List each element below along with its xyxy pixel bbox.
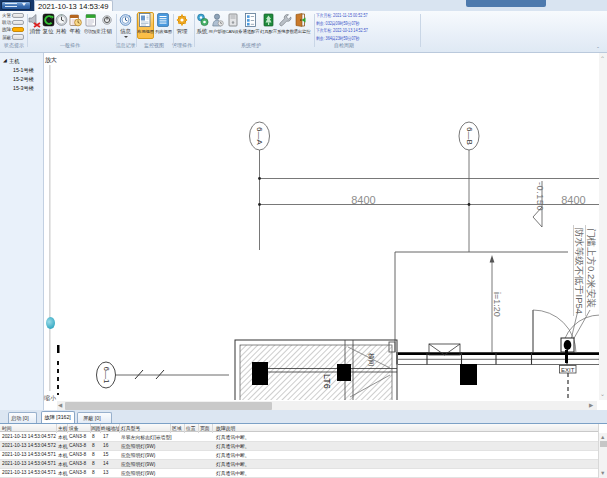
svg-text:6—1: 6—1 (102, 367, 111, 384)
svg-text:梯间: 梯间 (367, 352, 375, 366)
svg-text:-0.150: -0.150 (535, 182, 545, 211)
svg-text:防水等级不低于IP54: 防水等级不低于IP54 (574, 228, 585, 314)
svg-text:8400: 8400 (351, 194, 375, 206)
svg-text:6—B: 6—B (465, 127, 474, 145)
svg-text:门槛上方0.2米安装: 门槛上方0.2米安装 (586, 228, 597, 308)
svg-text:6—A: 6—A (255, 127, 264, 145)
svg-text:i=1:20: i=1:20 (492, 292, 502, 317)
svg-text:8400: 8400 (561, 194, 585, 206)
svg-text:EXIT: EXIT (561, 367, 575, 373)
svg-text:LT6: LT6 (322, 374, 332, 389)
